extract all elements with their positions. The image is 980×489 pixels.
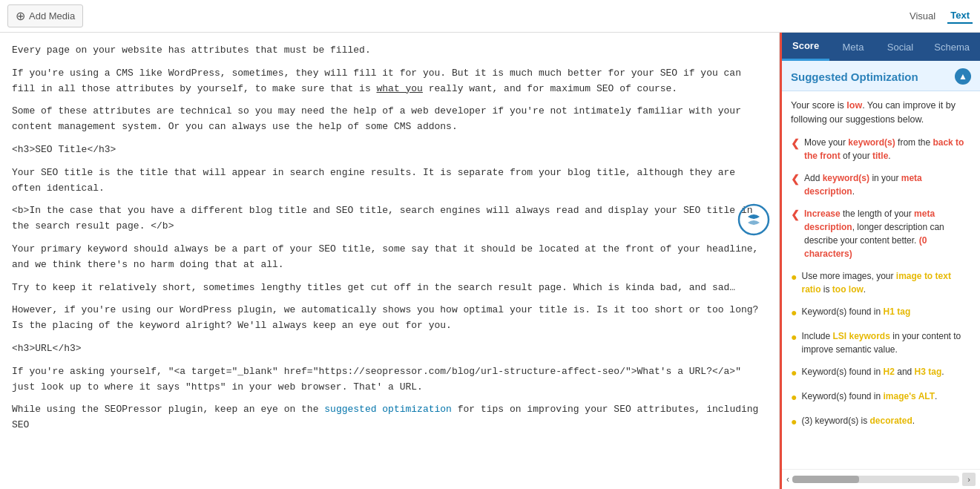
editor-para-7: Your primary keyword should always be a … bbox=[12, 242, 767, 273]
editor-para-3: Some of these attributes are technical s… bbox=[12, 104, 767, 135]
bullet-2: ❮ bbox=[791, 171, 800, 187]
sidebar-tabs: Score Meta Social Schema bbox=[782, 33, 980, 61]
tab-text[interactable]: Text bbox=[947, 8, 973, 24]
editor-para-8: Try to keep it relatively short, sometim… bbox=[12, 280, 767, 296]
bullet-8: ● bbox=[791, 390, 797, 405]
suggested-opt-link[interactable]: suggested optimization bbox=[324, 404, 452, 415]
editor-view-tabs: Visual Text bbox=[907, 8, 973, 24]
svg-point-0 bbox=[739, 205, 769, 234]
add-media-button[interactable]: ⊕ Add Media bbox=[7, 4, 83, 27]
suggestion-text-5: Keyword(s) found in H1 tag bbox=[801, 305, 910, 318]
suggested-optimization-header: Suggested Optimization ▲ bbox=[782, 61, 980, 91]
sidebar-content[interactable]: Your score is low. You can improve it by… bbox=[782, 91, 980, 469]
suggestions-list: ❮ Move your keyword(s) from the back to … bbox=[791, 136, 971, 430]
suggestion-item-3: ❮ Increase the length of your meta descr… bbox=[791, 207, 971, 260]
bullet-7: ● bbox=[791, 365, 797, 381]
scrollbar-thumb bbox=[792, 476, 859, 483]
scroll-right-icon: › bbox=[967, 475, 970, 484]
tab-visual[interactable]: Visual bbox=[907, 9, 938, 23]
suggestion-text-3: Increase the length of your meta descrip… bbox=[804, 207, 971, 260]
suggestion-item-5: ● Keyword(s) found in H1 tag bbox=[791, 305, 971, 321]
collapse-icon: ▲ bbox=[958, 71, 967, 82]
suggestion-text-4: Use more images, your image to text rati… bbox=[801, 269, 971, 296]
suggestion-text-8: Keyword(s) found in image's ALT. bbox=[801, 390, 937, 403]
suggestion-item-7: ● Keyword(s) found in H2 and H3 tag. bbox=[791, 365, 971, 381]
suggestion-text-9: (3) keyword(s) is decorated. bbox=[801, 414, 915, 427]
tab-schema[interactable]: Schema bbox=[924, 34, 980, 60]
suggestion-text-7: Keyword(s) found in H2 and H3 tag. bbox=[801, 365, 944, 378]
suggestion-text-6: Include LSI keywords in your content to … bbox=[801, 329, 971, 356]
bullet-6: ● bbox=[791, 329, 797, 345]
collapse-button[interactable]: ▲ bbox=[955, 68, 971, 85]
suggestion-item-1: ❮ Move your keyword(s) from the back to … bbox=[791, 136, 971, 163]
editor-para-6: <b>In the case that you have a different… bbox=[12, 203, 767, 234]
scroll-right-button[interactable]: › bbox=[962, 473, 976, 486]
bullet-1: ❮ bbox=[791, 136, 800, 151]
horizontal-scrollbar[interactable] bbox=[792, 476, 959, 483]
sidebar: Score Meta Social Schema Suggested Optim… bbox=[780, 33, 980, 489]
bullet-5: ● bbox=[791, 305, 797, 321]
suggestion-item-2: ❮ Add keyword(s) in your meta descriptio… bbox=[791, 171, 971, 198]
bullet-9: ● bbox=[791, 414, 797, 430]
bullet-3: ❮ bbox=[791, 207, 800, 223]
add-media-icon: ⊕ bbox=[16, 9, 25, 23]
editor-area[interactable]: Every page on your website has attribute… bbox=[0, 33, 780, 489]
tab-meta[interactable]: Meta bbox=[829, 34, 877, 60]
suggestion-item-9: ● (3) keyword(s) is decorated. bbox=[791, 414, 971, 430]
editor-para-4: <h3>SEO Title</h3> bbox=[12, 142, 767, 158]
score-intro: Your score is low. You can improve it by… bbox=[791, 99, 971, 127]
editor-para-2: If you're using a CMS like WordPress, so… bbox=[12, 66, 767, 97]
suggested-title: Suggested Optimization bbox=[791, 70, 918, 83]
editor-para-11: If you're asking yourself, "<a target="_… bbox=[12, 364, 767, 396]
editor-para-1: Every page on your website has attribute… bbox=[12, 43, 767, 59]
editor-para-12: While using the SEOPressor plugin, keep … bbox=[12, 402, 767, 433]
main-container: Every page on your website has attribute… bbox=[0, 33, 980, 489]
sidebar-scrollbar-area: ‹ › bbox=[782, 469, 980, 489]
score-intro-part1: Your score is bbox=[791, 100, 846, 111]
tab-social[interactable]: Social bbox=[877, 34, 924, 60]
suggestion-text-1: Move your keyword(s) from the back to th… bbox=[804, 136, 971, 163]
editor-para-9: However, if you're using our WordPress p… bbox=[12, 303, 767, 334]
editor-para-5: Your SEO title is the title that will ap… bbox=[12, 165, 767, 197]
tab-score[interactable]: Score bbox=[782, 33, 829, 61]
bullet-4: ● bbox=[791, 269, 797, 285]
seopressor-logo bbox=[737, 203, 770, 236]
suggestion-item-6: ● Include LSI keywords in your content t… bbox=[791, 329, 971, 356]
add-media-label: Add Media bbox=[29, 10, 75, 22]
suggestion-text-2: Add keyword(s) in your meta description. bbox=[804, 171, 971, 198]
suggestion-item-4: ● Use more images, your image to text ra… bbox=[791, 269, 971, 296]
editor-toolbar: ⊕ Add Media Visual Text bbox=[0, 0, 980, 33]
scroll-left-icon[interactable]: ‹ bbox=[786, 474, 789, 485]
score-low: low bbox=[846, 100, 862, 111]
suggestion-item-8: ● Keyword(s) found in image's ALT. bbox=[791, 390, 971, 405]
editor-para-10: <h3>URL</h3> bbox=[12, 341, 767, 357]
